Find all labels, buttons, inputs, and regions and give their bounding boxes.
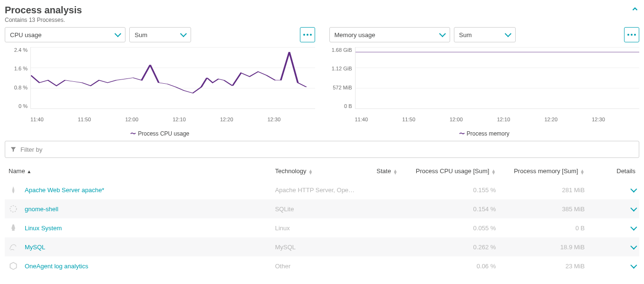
process-link[interactable]: MySQL	[25, 244, 45, 251]
cpu-y-axis: 2.4 % 1.6 % 0.8 % 0 %	[5, 47, 30, 109]
page-subtitle: Contains 13 Processes.	[5, 17, 82, 23]
col-state[interactable]: State▲▼	[373, 162, 411, 180]
table-row: MySQLMySQL0.262 %18.9 MiB	[5, 237, 639, 256]
process-link[interactable]: gnome-shell	[25, 206, 58, 213]
technology-icon	[9, 204, 18, 214]
state-cell	[373, 180, 411, 199]
technology-icon	[9, 242, 18, 252]
page-title: Process analysis	[5, 5, 82, 16]
trend-icon: 〜	[130, 130, 136, 137]
cpu-x-axis: 11:40 11:50 12:00 12:10 12:20 12:30	[30, 117, 315, 122]
collapse-section-button[interactable]	[631, 5, 639, 15]
filter-input[interactable]: Filter by	[5, 141, 639, 158]
table-row: Apache Web Server apache*Apache HTTP Ser…	[5, 180, 639, 199]
state-cell	[373, 218, 411, 237]
state-cell	[373, 237, 411, 256]
expand-row-button[interactable]	[630, 224, 637, 230]
table-row: gnome-shellSQLite0.154 %385 MiB	[5, 199, 639, 218]
process-link[interactable]: Apache Web Server apache*	[25, 186, 104, 194]
cpu-more-button[interactable]	[300, 27, 315, 42]
cpu-cell: 0.155 %	[411, 180, 500, 199]
cpu-cell: 0.154 %	[411, 199, 500, 218]
col-details: Details	[588, 162, 639, 180]
expand-row-button[interactable]	[630, 243, 637, 249]
process-link[interactable]: OneAgent log analytics	[25, 263, 88, 270]
mem-cell: 281 MiB	[500, 180, 588, 199]
col-mem[interactable]: Process memory [Sum]▲▼	[500, 162, 588, 180]
cpu-legend: 〜Process CPU usage	[5, 130, 315, 138]
memory-aggregation-dropdown[interactable]: Sum	[454, 27, 516, 42]
filter-icon	[10, 146, 17, 153]
memory-legend: 〜Process memory	[329, 130, 640, 138]
table-row: Linux SystemLinux0.055 %0 B	[5, 218, 639, 237]
trend-icon: 〜	[459, 130, 465, 137]
cpu-chart-panel: CPU usage Sum 2.4 % 1.6 % 0.8 % 0 % 11	[5, 27, 315, 138]
process-table: Name ▲ Technology▲▼ State▲▼ Process CPU …	[5, 162, 639, 275]
technology-icon	[9, 223, 18, 233]
cpu-metric-dropdown[interactable]: CPU usage	[5, 27, 125, 42]
svg-point-0	[10, 206, 16, 212]
mem-cell: 385 MiB	[500, 199, 588, 218]
state-cell	[373, 199, 411, 218]
mem-cell: 23 MiB	[500, 256, 588, 275]
col-cpu[interactable]: Process CPU usage [Sum]▲▼	[411, 162, 500, 180]
cpu-plot[interactable]	[30, 47, 315, 109]
technology-cell: Linux	[271, 218, 373, 237]
process-link[interactable]: Linux System	[25, 225, 62, 232]
memory-y-axis: 1.68 GiB 1.12 GiB 572 MiB 0 B	[329, 47, 355, 109]
col-tech[interactable]: Technology▲▼	[271, 162, 373, 180]
cpu-cell: 0.06 %	[411, 256, 500, 275]
cpu-cell: 0.055 %	[411, 218, 500, 237]
state-cell	[373, 256, 411, 275]
mem-cell: 18.9 MiB	[500, 237, 588, 256]
expand-row-button[interactable]	[630, 205, 637, 211]
memory-more-button[interactable]	[624, 27, 639, 42]
cpu-aggregation-dropdown[interactable]: Sum	[129, 27, 191, 42]
technology-cell: Apache HTTP Server, Ope…	[271, 180, 373, 199]
memory-plot[interactable]	[355, 47, 640, 109]
technology-cell: Other	[271, 256, 373, 275]
memory-chart-panel: Memory usage Sum 1.68 GiB 1.12 GiB 572 M…	[329, 27, 640, 138]
technology-cell: SQLite	[271, 199, 373, 218]
table-row: OneAgent log analyticsOther0.06 %23 MiB	[5, 256, 639, 275]
technology-icon	[9, 261, 18, 271]
technology-cell: MySQL	[271, 237, 373, 256]
mem-cell: 0 B	[500, 218, 588, 237]
col-name[interactable]: Name ▲	[5, 162, 271, 180]
cpu-cell: 0.262 %	[411, 237, 500, 256]
memory-metric-dropdown[interactable]: Memory usage	[329, 27, 450, 42]
filter-placeholder: Filter by	[20, 146, 42, 153]
expand-row-button[interactable]	[630, 186, 637, 192]
memory-x-axis: 11:40 11:50 12:00 12:10 12:20 12:30	[355, 117, 640, 122]
expand-row-button[interactable]	[630, 262, 637, 268]
technology-icon	[9, 185, 18, 195]
